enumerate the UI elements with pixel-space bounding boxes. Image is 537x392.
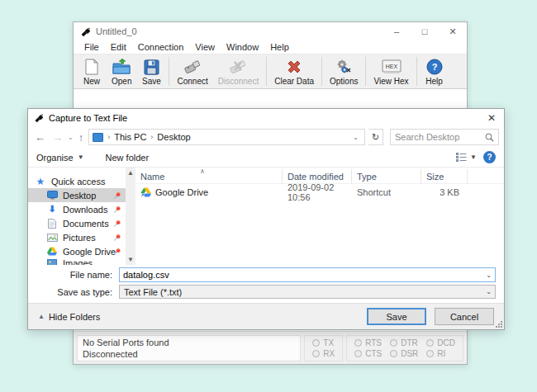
column-headers: ∧ Name Date modified Type Size <box>135 169 504 184</box>
pin-icon: 📍 <box>111 231 123 243</box>
cancel-button[interactable]: Cancel <box>435 308 494 325</box>
new-folder-button[interactable]: New folder <box>106 153 150 163</box>
sidebar-scrollbar[interactable]: ▲ ▼ <box>126 168 135 265</box>
history-chevron-icon[interactable]: ⌄ <box>68 134 74 141</box>
file-name-input[interactable] <box>123 270 492 280</box>
dialog-footer: ▲ Hide Folders Save Cancel <box>28 303 504 329</box>
toolbar-separator <box>416 57 417 86</box>
app-icon <box>80 26 91 37</box>
options-button[interactable]: Options <box>325 54 363 88</box>
close-button[interactable]: ✕ <box>439 22 467 40</box>
hex-box-icon: HEX <box>381 58 402 76</box>
filename-fields: File name: ⌄ Save as type: Text File (*.… <box>28 265 504 303</box>
search-box[interactable] <box>390 129 499 145</box>
rx-led <box>312 350 320 357</box>
back-icon[interactable]: ← <box>33 131 47 144</box>
documents-icon <box>46 219 58 229</box>
column-date-modified[interactable]: Date modified <box>283 169 352 183</box>
refresh-icon[interactable]: ↻ <box>368 129 383 145</box>
view-hex-button[interactable]: HEX View Hex <box>368 54 413 88</box>
menu-edit[interactable]: Edit <box>105 42 132 52</box>
forward-icon: → <box>50 131 64 144</box>
app-icon <box>34 113 44 123</box>
help-question-icon: ? <box>426 58 443 76</box>
this-pc-icon <box>93 133 103 142</box>
usb-connect-icon <box>183 58 202 76</box>
sidebar-item-quick-access[interactable]: ★ Quick access <box>28 174 126 188</box>
file-list: ∧ Name Date modified Type Size Google Dr… <box>135 168 504 265</box>
signal-indicator-group: RTS CTS DTR DSR DCD RI <box>346 335 463 361</box>
google-drive-icon <box>46 247 58 256</box>
menu-file[interactable]: File <box>78 42 105 52</box>
save-as-type-combobox[interactable]: Text File (*.txt) ⌄ <box>119 285 496 299</box>
hide-folders-button[interactable]: ▲ Hide Folders <box>38 312 100 322</box>
toolbar-separator <box>365 57 366 86</box>
dialog-help-icon[interactable]: ? <box>483 151 496 163</box>
menu-connection[interactable]: Connection <box>132 42 190 52</box>
quick-access-star-icon: ★ <box>35 176 46 187</box>
breadcrumb-chevron-icon: › <box>149 133 154 141</box>
pin-icon: 📍 <box>111 203 123 215</box>
cts-led <box>354 350 362 357</box>
column-size[interactable]: Size <box>421 169 468 183</box>
save-button[interactable]: Save <box>136 54 166 88</box>
dialog-close-button[interactable]: ✕ <box>479 109 504 126</box>
save-as-type-label: Save as type: <box>36 287 119 297</box>
sidebar-item-pictures[interactable]: Pictures 📍 <box>28 230 126 244</box>
clear-data-button[interactable]: Clear Data <box>269 54 319 88</box>
connect-button[interactable]: Connect <box>172 54 212 88</box>
dcd-led <box>426 339 434 347</box>
sidebar-item-images[interactable]: Images <box>28 258 126 265</box>
red-x-icon <box>286 58 302 76</box>
help-button[interactable]: ? Help <box>420 54 449 88</box>
sidebar-item-downloads[interactable]: ⬇ Downloads 📍 <box>28 202 126 216</box>
search-input[interactable] <box>395 132 485 142</box>
open-folder-icon <box>112 58 131 76</box>
file-name-combobox[interactable]: ⌄ <box>119 267 496 282</box>
dtr-led <box>390 339 397 347</box>
pin-icon: 📍 <box>111 189 123 201</box>
maximize-button[interactable]: □ <box>411 22 439 40</box>
resize-grip[interactable] <box>496 321 502 328</box>
desktop-icon <box>46 191 58 200</box>
chevron-down-icon[interactable]: ⌄ <box>486 272 492 279</box>
menu-help[interactable]: Help <box>264 42 295 52</box>
column-name[interactable]: Name <box>135 169 283 183</box>
chevron-down-icon: ⌄ <box>486 288 492 295</box>
toolbar-separator <box>169 57 169 86</box>
menu-view[interactable]: View <box>189 42 221 52</box>
breadcrumb-this-pc[interactable]: This PC <box>114 132 146 142</box>
new-file-icon <box>84 58 99 76</box>
pin-icon: 📍 <box>111 217 123 229</box>
sidebar-item-desktop[interactable]: Desktop 📍 <box>28 188 126 202</box>
navigation-bar: ← → ⌄ ↑ › This PC › Desktop ⌄ ↻ <box>28 126 504 148</box>
new-button[interactable]: New <box>77 54 107 88</box>
open-button[interactable]: Open <box>107 54 136 88</box>
chevron-down-icon: ▼ <box>470 153 477 161</box>
menu-window[interactable]: Window <box>221 42 264 52</box>
breadcrumb-desktop[interactable]: Desktop <box>157 132 190 142</box>
save-button[interactable]: Save <box>367 308 426 325</box>
view-mode-button[interactable]: ▼ <box>456 153 477 162</box>
dialog-title: Capture to Text File <box>49 113 479 123</box>
sidebar-item-documents[interactable]: Documents 📍 <box>28 216 126 230</box>
column-type[interactable]: Type <box>352 169 421 183</box>
chevron-down-icon: ▼ <box>78 153 84 161</box>
sidebar-item-google-drive[interactable]: Google Drive 📍 <box>28 244 126 258</box>
status-line-ports: No Serial Ports found <box>83 337 295 348</box>
address-dropdown-icon[interactable]: ⌄ <box>350 134 361 141</box>
command-bar: Organise ▼ New folder ▼ ? <box>28 148 504 168</box>
address-bar[interactable]: › This PC › Desktop ⌄ <box>88 129 365 145</box>
status-line-connection: Disconnected <box>83 348 295 360</box>
up-icon[interactable]: ↑ <box>77 131 86 144</box>
file-row-google-drive[interactable]: Google Drive 2019-09-02 10:56 Shortcut 3… <box>135 184 504 200</box>
svg-text:HEX: HEX <box>385 64 397 69</box>
menu-bar: File Edit Connection View Window Help <box>74 40 467 54</box>
scroll-up-icon[interactable]: ▲ <box>127 168 134 178</box>
txrx-indicator-group: TX RX <box>304 335 343 361</box>
navigation-sidebar: ★ Quick access Desktop 📍 ⬇ Downloads 📍 D… <box>28 168 126 265</box>
scroll-down-icon[interactable]: ▼ <box>127 254 134 265</box>
minimize-button[interactable]: – <box>383 22 411 40</box>
organise-button[interactable]: Organise ▼ <box>36 153 84 163</box>
svg-text:?: ? <box>431 62 437 72</box>
